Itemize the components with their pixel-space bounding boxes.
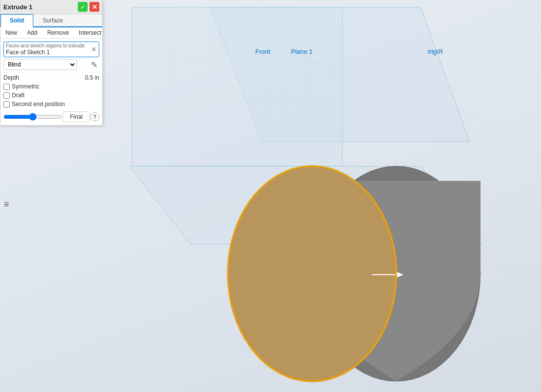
check-icon: ✓ bbox=[80, 3, 86, 11]
final-button[interactable]: Final bbox=[63, 111, 90, 122]
sketch-input-label: Faces and sketch regions to extrude bbox=[6, 43, 88, 49]
extrude-panel: Extrude 1 ✓ ✕ Solid Surface New Add Remo… bbox=[0, 0, 103, 126]
confirm-button[interactable]: ✓ bbox=[78, 2, 88, 12]
svg-text:Front: Front bbox=[255, 48, 270, 55]
add-button[interactable]: Add bbox=[22, 27, 42, 38]
preview-slider[interactable] bbox=[3, 113, 62, 121]
new-button[interactable]: New bbox=[0, 27, 22, 38]
symmetric-checkbox[interactable] bbox=[3, 84, 10, 90]
depth-value[interactable]: 0.5 in bbox=[85, 74, 99, 81]
symmetric-row: Symmetric bbox=[3, 83, 99, 90]
help-icon[interactable]: ? bbox=[90, 112, 99, 121]
draft-checkbox[interactable] bbox=[3, 92, 10, 99]
second-end-row: Second end position bbox=[3, 101, 99, 108]
tab-row: Solid Surface bbox=[0, 14, 102, 27]
second-end-label: Second end position bbox=[12, 101, 65, 108]
intersect-button[interactable]: Intersect bbox=[74, 27, 106, 38]
symmetric-label: Symmetric bbox=[12, 83, 40, 90]
depth-label: Depth bbox=[3, 74, 19, 81]
tab-surface[interactable]: Surface bbox=[33, 14, 72, 27]
svg-point-38 bbox=[228, 166, 396, 381]
menu-icon: ≡ bbox=[4, 199, 9, 209]
left-panel-toggle[interactable]: ≡ bbox=[4, 199, 9, 210]
svg-marker-1 bbox=[132, 7, 342, 166]
second-end-checkbox[interactable] bbox=[3, 101, 10, 108]
action-row: New Add Remove Intersect bbox=[0, 27, 102, 39]
edit-icon[interactable]: ✎ bbox=[89, 59, 99, 70]
sketch-input-value: Face of Sketch 1 bbox=[6, 49, 50, 56]
sketch-clear-button[interactable]: ✕ bbox=[91, 46, 97, 53]
slider-row: Final ? bbox=[3, 111, 99, 122]
svg-text:Plane 1: Plane 1 bbox=[291, 48, 313, 55]
svg-text:Right: Right bbox=[428, 48, 443, 55]
draft-row: Draft bbox=[3, 92, 99, 99]
blind-row: Blind ✎ bbox=[3, 59, 99, 70]
extrude-type-select[interactable]: Blind bbox=[3, 59, 77, 70]
sketch-input-area[interactable]: Faces and sketch regions to extrude Face… bbox=[3, 42, 99, 57]
panel-title: Extrude 1 bbox=[3, 3, 32, 11]
remove-button[interactable]: Remove bbox=[42, 27, 74, 38]
tab-solid[interactable]: Solid bbox=[0, 14, 33, 27]
depth-row: Depth 0.5 in bbox=[3, 72, 99, 81]
x-icon: ✕ bbox=[92, 3, 97, 11]
draft-label: Draft bbox=[12, 92, 24, 99]
panel-title-icons: ✓ ✕ bbox=[78, 2, 99, 12]
close-button[interactable]: ✕ bbox=[90, 2, 99, 12]
panel-titlebar: Extrude 1 ✓ ✕ bbox=[0, 0, 102, 14]
